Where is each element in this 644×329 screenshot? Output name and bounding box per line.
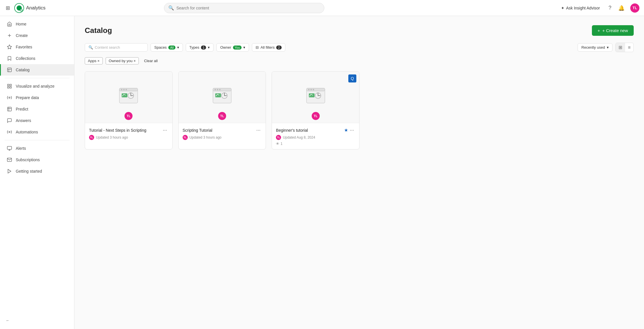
card-preview: TL (85, 72, 172, 123)
sidebar-item-answers[interactable]: Answers (0, 115, 74, 126)
sidebar-item-getting-started[interactable]: Getting started (0, 166, 74, 177)
card-updated: Updated Aug 8, 2024 (283, 135, 315, 139)
owned-tag-label: Owned by you × (109, 59, 136, 63)
top-nav-right: ✦ Ask Insight Advisor ? 🔔 TL (558, 3, 639, 13)
sidebar-collapse-button[interactable]: ← (0, 315, 74, 326)
content-search-label: Content search (95, 45, 120, 50)
app-card[interactable]: TL Tutorial - Next Steps in Scripting ··… (85, 71, 173, 149)
sort-button[interactable]: Recently used ▾ (578, 43, 612, 52)
svg-point-31 (219, 89, 220, 90)
visualize-icon (7, 83, 12, 89)
layout: Home Create Favorites Collections (0, 16, 644, 329)
svg-point-22 (121, 89, 123, 90)
sidebar-item-catalog[interactable]: Catalog (0, 64, 74, 76)
sidebar-item-predict[interactable]: Predict (0, 103, 74, 115)
svg-marker-19 (8, 169, 11, 173)
global-search[interactable]: 🔍 (164, 3, 324, 13)
svg-point-23 (123, 89, 125, 90)
insight-advisor-button[interactable]: ✦ Ask Insight Advisor (558, 4, 603, 12)
catalog-header: Catalog + + Create new (85, 25, 634, 36)
sidebar-item-alerts[interactable]: Alerts (0, 143, 74, 154)
card-meta-avatar: TL (276, 135, 281, 140)
app-icon (212, 87, 232, 108)
card-menu-button[interactable]: ··· (349, 127, 355, 134)
list-view-button[interactable]: ≡ (625, 43, 633, 52)
spaces-label: Spaces (154, 45, 167, 50)
clear-all-button[interactable]: Clear all (142, 58, 160, 64)
sidebar-item-visualize[interactable]: Visualize and analyze (0, 80, 74, 92)
create-icon (7, 33, 12, 38)
sidebar-divider-1 (5, 78, 70, 78)
types-filter-button[interactable]: Types 1 ▾ (186, 43, 214, 52)
owner-chevron-icon: ▾ (243, 45, 245, 50)
qlik-logo[interactable]: Analytics (14, 3, 46, 13)
card-title-row: Scripting Tutorial ··· (183, 127, 262, 134)
card-title-row: Tutorial - Next Steps in Scripting ··· (89, 127, 168, 134)
sidebar-item-label: Automations (16, 130, 38, 134)
getting-started-icon (7, 168, 12, 174)
card-title: Tutorial - Next Steps in Scripting (89, 128, 162, 133)
spaces-filter-button[interactable]: Spaces All ▾ (151, 43, 183, 52)
svg-point-14 (9, 97, 10, 98)
app-card[interactable]: TL Scripting Tutorial ··· TL Updated 3 h… (178, 71, 266, 149)
spaces-chevron-icon: ▾ (177, 45, 179, 50)
card-menu-button[interactable]: ··· (162, 127, 168, 134)
search-icon: 🔍 (168, 5, 174, 11)
card-star-icon[interactable]: ★ (344, 127, 348, 133)
all-filters-label: All filters (260, 45, 274, 50)
card-title: Beginner's tutorial (276, 128, 344, 133)
svg-point-30 (217, 89, 218, 90)
notifications-button[interactable]: 🔔 (617, 4, 626, 12)
help-button[interactable]: ? (607, 4, 613, 12)
app-icon (305, 87, 326, 108)
all-filters-button[interactable]: ⊟ All filters 2 (252, 43, 285, 52)
create-new-button[interactable]: + + Create new (592, 25, 634, 36)
card-updated: Updated 3 hours ago (96, 135, 128, 139)
apps-tag-label: Apps × (88, 59, 100, 63)
search-input[interactable] (176, 6, 320, 10)
sidebar-item-label: Predict (16, 107, 28, 111)
svg-point-15 (9, 131, 10, 133)
sidebar-item-prepare[interactable]: Prepare data (0, 92, 74, 103)
app-icon (118, 87, 139, 108)
app-card[interactable]: TL Q Beginner's tutorial ★ ··· TL Update… (272, 71, 359, 149)
sidebar-item-label: Subscriptions (16, 157, 40, 162)
sidebar-item-collections[interactable]: Collections (0, 53, 74, 64)
types-badge: 1 (201, 46, 206, 50)
sidebar-item-label: Visualize and analyze (16, 84, 54, 88)
alerts-icon (7, 145, 12, 151)
grid-view-button[interactable]: ⊞ (616, 43, 625, 52)
owned-by-you-filter-tag[interactable]: Owned by you × (106, 57, 139, 64)
avatar[interactable]: TL (630, 3, 639, 13)
main-content: Catalog + + Create new 🔍 Content search … (74, 16, 644, 329)
sidebar-item-favorites[interactable]: Favorites (0, 41, 74, 53)
grid-menu-button[interactable]: ⊞ (5, 4, 11, 12)
card-owner-avatar: TL (312, 112, 320, 120)
content-search[interactable]: 🔍 Content search (85, 43, 148, 52)
owner-filter-button[interactable]: Owner You ▾ (216, 43, 249, 52)
sidebar-item-label: Home (16, 22, 26, 26)
apps-filter-tag[interactable]: Apps × (85, 57, 103, 64)
sidebar-item-subscriptions[interactable]: Subscriptions (0, 154, 74, 166)
sort-label: Recently used (581, 45, 605, 50)
answers-icon (7, 118, 12, 123)
plus-icon: + (598, 28, 600, 33)
card-menu-button[interactable]: ··· (255, 127, 262, 134)
card-views: 👁 1 (276, 142, 355, 146)
sidebar-item-create[interactable]: Create (0, 30, 74, 41)
predict-icon (7, 106, 12, 112)
card-preview: TL Q (272, 72, 359, 123)
card-meta-avatar: TL (89, 135, 94, 140)
sort-chevron-icon: ▾ (607, 45, 609, 50)
sidebar-item-home[interactable]: Home (0, 18, 74, 30)
cards-grid: TL Tutorial - Next Steps in Scripting ··… (85, 71, 359, 149)
favorites-icon (7, 44, 12, 50)
svg-point-36 (308, 89, 309, 90)
automations-icon (7, 129, 12, 135)
card-meta: TL Updated Aug 8, 2024 (276, 135, 355, 140)
sidebar-item-automations[interactable]: Automations (0, 126, 74, 138)
card-preview: TL (179, 72, 266, 123)
svg-rect-25 (122, 93, 127, 97)
sidebar-item-label: Getting started (16, 169, 42, 174)
svg-rect-12 (10, 87, 11, 88)
